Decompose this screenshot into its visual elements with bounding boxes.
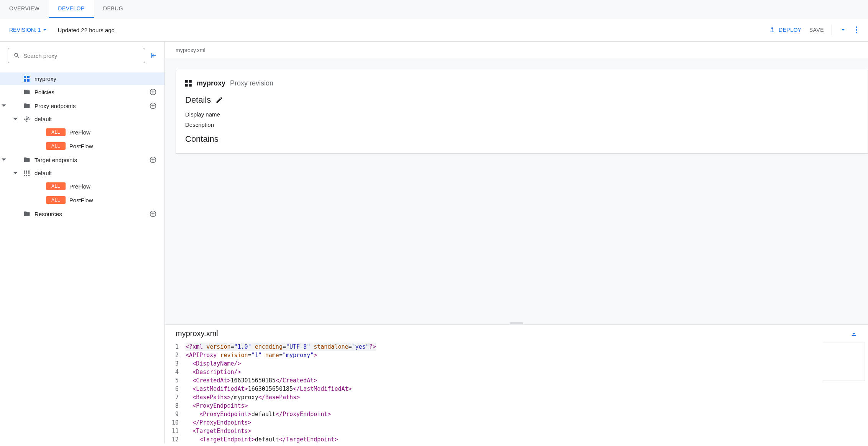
expand-arrow[interactable] — [0, 158, 8, 161]
search-input[interactable] — [23, 52, 140, 59]
expand-arrow[interactable] — [12, 118, 19, 121]
tree-resources[interactable]: Resources — [0, 207, 164, 221]
svg-point-3 — [856, 26, 857, 28]
tree-policies[interactable]: Policies — [0, 85, 164, 99]
line-gutter: 123456789101112 — [165, 343, 186, 444]
tab-debug[interactable]: DEBUG — [94, 0, 132, 18]
folder-icon — [23, 102, 31, 109]
tree-te-default[interactable]: default — [0, 167, 164, 179]
folder-icon — [23, 156, 31, 163]
search-box[interactable] — [8, 48, 145, 63]
svg-point-19 — [29, 118, 30, 120]
add-icon[interactable] — [149, 88, 157, 96]
save-dropdown[interactable] — [840, 27, 847, 33]
tree-label: PostFlow — [69, 197, 93, 203]
tree-label: Proxy endpoints — [35, 103, 76, 109]
expand-arrow[interactable] — [12, 172, 19, 175]
svg-rect-25 — [24, 171, 25, 172]
editor-filename: myproxy.xml — [176, 329, 218, 338]
breadcrumb: myproxy.xml — [165, 42, 868, 59]
add-icon[interactable] — [149, 102, 157, 110]
toolbar: REVISION: 1 Updated 22 hours ago DEPLOY … — [0, 18, 868, 42]
svg-rect-32 — [26, 175, 27, 176]
save-button[interactable]: SAVE — [809, 27, 824, 33]
main-tabs: OVERVIEW DEVELOP DEBUG — [0, 0, 868, 18]
svg-point-5 — [856, 32, 857, 33]
contains-heading: Contains — [185, 134, 219, 144]
tree-te-preflow[interactable]: ALL PreFlow — [0, 179, 164, 193]
tree-pe-default[interactable]: default — [0, 113, 164, 125]
svg-rect-27 — [28, 171, 30, 172]
proxy-icon — [185, 80, 192, 87]
svg-rect-26 — [26, 171, 27, 172]
tree-label: Target endpoints — [35, 157, 77, 163]
tree-label: Resources — [35, 211, 62, 217]
tab-overview[interactable]: OVERVIEW — [0, 0, 49, 18]
revision-selector[interactable]: REVISION: 1 — [9, 27, 47, 33]
navigator-tree: myproxy Policies Pro — [0, 69, 164, 444]
card-title: myproxy — [197, 79, 225, 87]
svg-rect-40 — [189, 84, 192, 87]
svg-rect-37 — [185, 80, 188, 83]
svg-point-4 — [856, 29, 857, 31]
deploy-button[interactable]: DEPLOY — [769, 26, 802, 33]
chevron-down-icon — [2, 104, 6, 107]
more-menu[interactable] — [854, 25, 859, 35]
all-badge: ALL — [46, 142, 66, 150]
tree-proxy-endpoints[interactable]: Proxy endpoints — [0, 99, 164, 113]
all-badge: ALL — [46, 196, 66, 204]
chevron-down-icon — [13, 118, 18, 121]
folder-icon — [23, 89, 31, 95]
description-label: Description — [185, 121, 858, 128]
details-heading: Details — [185, 95, 211, 105]
svg-point-21 — [26, 121, 28, 122]
collapse-sidebar-button[interactable] — [150, 52, 157, 59]
tree-target-endpoints[interactable]: Target endpoints — [0, 153, 164, 167]
display-name-label: Display name — [185, 111, 858, 118]
svg-rect-30 — [28, 172, 30, 174]
collapse-editor-button[interactable] — [850, 330, 857, 337]
folder-icon — [23, 210, 31, 217]
updated-label: Updated 22 hours ago — [58, 27, 114, 33]
svg-rect-6 — [151, 53, 152, 58]
tree-pe-preflow[interactable]: ALL PreFlow — [0, 125, 164, 139]
svg-rect-28 — [24, 172, 25, 174]
svg-rect-9 — [24, 79, 26, 82]
tree-root-myproxy[interactable]: myproxy — [0, 72, 164, 85]
edit-icon[interactable] — [215, 96, 223, 104]
tab-develop[interactable]: DEVELOP — [49, 0, 94, 18]
tree-label: PreFlow — [69, 129, 90, 136]
drag-handle[interactable] — [510, 322, 523, 325]
chevron-down-icon — [841, 29, 845, 31]
tree-label: myproxy — [35, 75, 56, 82]
expand-arrow[interactable] — [0, 104, 8, 107]
collapse-down-icon — [850, 330, 857, 337]
svg-rect-29 — [26, 172, 27, 174]
sidebar: myproxy Policies Pro — [0, 42, 165, 444]
deploy-icon — [769, 26, 776, 33]
minimap[interactable] — [823, 343, 865, 381]
tree-pe-postflow[interactable]: ALL PostFlow — [0, 139, 164, 153]
code-editor[interactable]: 123456789101112 <?xml version="1.0" enco… — [165, 343, 868, 444]
add-icon[interactable] — [149, 156, 157, 164]
tree-label: PreFlow — [69, 183, 90, 190]
chevron-down-icon — [43, 29, 47, 31]
svg-rect-41 — [852, 335, 856, 336]
collapse-left-icon — [150, 52, 157, 59]
chevron-down-icon — [2, 158, 6, 161]
tree-te-postflow[interactable]: ALL PostFlow — [0, 193, 164, 207]
add-icon[interactable] — [149, 210, 157, 218]
all-badge: ALL — [46, 182, 66, 190]
svg-rect-2 — [770, 32, 774, 33]
svg-rect-1 — [772, 29, 773, 32]
main-panel: myproxy.xml myproxy Proxy revision Detai… — [165, 42, 868, 444]
svg-rect-8 — [27, 76, 30, 78]
endpoint-icon — [23, 116, 31, 122]
tree-label: PostFlow — [69, 143, 93, 149]
details-card: myproxy Proxy revision Details Display n… — [176, 70, 868, 154]
svg-rect-10 — [27, 79, 30, 82]
divider — [832, 25, 832, 35]
chevron-down-icon — [13, 172, 18, 175]
tree-label: default — [35, 116, 52, 122]
search-icon — [13, 52, 20, 59]
